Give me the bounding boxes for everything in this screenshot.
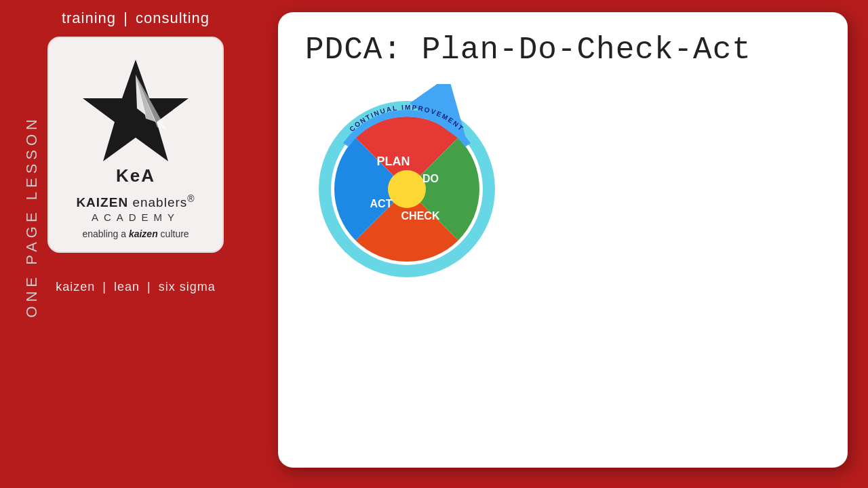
logo-academy: ACADEMY — [92, 211, 180, 223]
logo-card: KeA KAIZEN enablers® ACADEMY enabling a … — [47, 37, 224, 253]
main-content: PDCA: Plan-Do-Check-Act PLAN DO — [271, 0, 868, 488]
kea-star-logo — [81, 54, 190, 163]
logo-kaizen-enablers: KAIZEN enablers® — [76, 193, 195, 210]
svg-marker-0 — [83, 60, 189, 161]
content-card: PDCA: Plan-Do-Check-Act PLAN DO — [278, 12, 848, 468]
sidebar-bottom-tags: kaizen | lean | six sigma — [56, 280, 215, 294]
logo-kea: KeA — [116, 165, 155, 186]
svg-text:PLAN: PLAN — [377, 155, 410, 168]
pdca-svg: PLAN DO CHECK ACT CONTINUAL IMPROVEMENT — [305, 84, 509, 287]
vertical-text: ONE PAGE LESSON — [24, 115, 39, 318]
svg-text:CHECK: CHECK — [401, 210, 440, 222]
svg-text:DO: DO — [422, 173, 439, 184]
logo-tagline2: enabling a kaizen culture — [82, 228, 189, 239]
sidebar-tagline: training | consulting — [62, 9, 210, 27]
page-title: PDCA: Plan-Do-Check-Act — [305, 33, 821, 68]
svg-text:ACT: ACT — [370, 198, 393, 209]
svg-point-6 — [388, 170, 426, 208]
pdca-diagram: PLAN DO CHECK ACT CONTINUAL IMPROVEMENT — [305, 84, 821, 287]
sidebar: ONE PAGE LESSON training | consulting Ke… — [0, 0, 271, 488]
